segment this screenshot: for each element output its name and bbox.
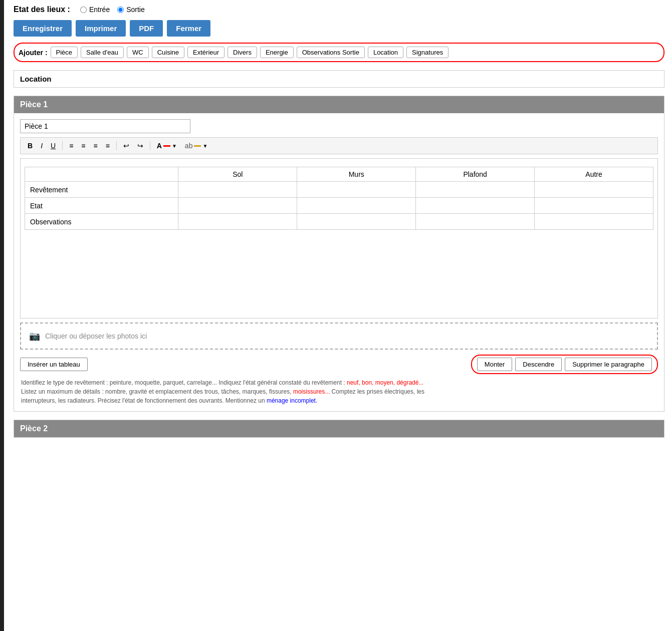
btn-font-color[interactable]: A ▼	[154, 140, 180, 151]
piece1-title-input[interactable]	[20, 119, 190, 133]
piece1-container: Pièce 1 B I U ≡ ≡ ≡ ≡ ↩ ↪ A	[14, 96, 664, 412]
row-plafond-etat[interactable]	[416, 198, 535, 214]
btn-align-justify[interactable]: ≡	[103, 140, 113, 151]
btn-ajouter-wc[interactable]: WC	[127, 47, 149, 58]
font-color-arrow: ▼	[172, 143, 177, 149]
ajouter-label: Ajouter :	[19, 49, 48, 57]
btn-underline[interactable]: U	[48, 140, 59, 151]
btn-ajouter-exterieur[interactable]: Extérieur	[187, 47, 225, 58]
hint-blue: ménage incomplet.	[267, 397, 317, 404]
btn-ajouter-energie[interactable]: Energie	[260, 47, 294, 58]
section-location: Location	[14, 70, 664, 88]
btn-align-left[interactable]: ≡	[66, 140, 76, 151]
row-plafond-observations[interactable]	[416, 214, 535, 230]
font-color-letter: A	[157, 142, 162, 150]
btn-ajouter-location[interactable]: Location	[368, 47, 403, 58]
row-sol-etat[interactable]	[178, 198, 297, 214]
btn-supprimer-paragraphe[interactable]: Supprimer le paragraphe	[565, 358, 652, 371]
row-sol-revetement[interactable]	[178, 182, 297, 198]
radio-sortie-label[interactable]: Sortie	[117, 6, 145, 14]
row-murs-observations[interactable]	[297, 214, 416, 230]
btn-ajouter-signatures[interactable]: Signatures	[406, 47, 449, 58]
piece1-header: Pièce 1	[14, 96, 664, 113]
piece1-footer: Insérer un tableau Monter Descendre Supp…	[20, 355, 658, 374]
btn-ajouter-piece[interactable]: Pièce	[51, 47, 78, 58]
enregistrer-button[interactable]: Enregistrer	[14, 20, 72, 37]
row-label-revetement: Revêtement	[25, 182, 178, 198]
editor-toolbar: B I U ≡ ≡ ≡ ≡ ↩ ↪ A ▼ ab	[20, 137, 658, 154]
btn-ajouter-divers[interactable]: Divers	[228, 47, 257, 58]
col-sol: Sol	[178, 167, 297, 182]
fermer-button[interactable]: Fermer	[167, 20, 210, 37]
photo-placeholder-text: Cliquer ou déposer les photos ici	[45, 332, 147, 340]
col-empty	[25, 167, 178, 182]
divider3	[150, 141, 150, 150]
table-row-observations: Observations	[25, 214, 653, 230]
piece2-container: Pièce 2	[14, 420, 664, 438]
btn-highlight[interactable]: ab ▼	[182, 140, 210, 151]
highlight-swatch	[194, 145, 201, 147]
section-location-title: Location	[14, 71, 664, 87]
hint-red: neuf, bon, moyen, dégradé...	[347, 379, 423, 386]
highlight-letter: ab	[185, 142, 193, 150]
col-plafond: Plafond	[416, 167, 535, 182]
photo-drop-zone[interactable]: 📷 Cliquer ou déposer les photos ici	[20, 323, 658, 350]
radio-sortie-text: Sortie	[126, 6, 145, 14]
font-color-swatch	[163, 145, 170, 147]
btn-inserer-tableau[interactable]: Insérer un tableau	[20, 358, 88, 371]
table-row-etat: Etat	[25, 198, 653, 214]
btn-ajouter-observations-sortie[interactable]: Observations Sortie	[297, 47, 365, 58]
btn-align-right[interactable]: ≡	[90, 140, 100, 151]
main-toolbar: Enregistrer Imprimer PDF Fermer	[14, 20, 664, 37]
row-autre-revetement[interactable]	[535, 182, 653, 198]
btn-ajouter-salle-eau[interactable]: Salle d'eau	[81, 47, 124, 58]
col-autre: Autre	[535, 167, 653, 182]
divider2	[116, 141, 117, 150]
row-autre-observations[interactable]	[535, 214, 653, 230]
editor-area[interactable]: Sol Murs Plafond Autre Revêtement	[20, 158, 658, 319]
btn-redo[interactable]: ↪	[134, 140, 146, 151]
row-murs-etat[interactable]	[297, 198, 416, 214]
table-row-revetement: Revêtement	[25, 182, 653, 198]
btn-align-center[interactable]: ≡	[78, 140, 88, 151]
ajouter-bar: Ajouter : Pièce Salle d'eau WC Cuisine E…	[14, 43, 664, 62]
content-table: Sol Murs Plafond Autre Revêtement	[25, 167, 653, 230]
row-murs-revetement[interactable]	[297, 182, 416, 198]
divider1	[62, 141, 63, 150]
etat-header: Etat des lieux : Entrée Sortie	[14, 5, 664, 14]
radio-sortie[interactable]	[117, 7, 124, 13]
highlight-arrow: ▼	[202, 143, 207, 149]
pdf-button[interactable]: PDF	[130, 20, 163, 37]
imprimer-button[interactable]: Imprimer	[76, 20, 126, 37]
btn-ajouter-cuisine[interactable]: Cuisine	[152, 47, 184, 58]
hint-text: Identifiez le type de revêtement : peint…	[20, 378, 658, 405]
btn-undo[interactable]: ↩	[120, 140, 132, 151]
radio-entree-label[interactable]: Entrée	[80, 6, 110, 14]
row-label-etat: Etat	[25, 198, 178, 214]
camera-icon: 📷	[29, 331, 40, 342]
piece1-body: B I U ≡ ≡ ≡ ≡ ↩ ↪ A ▼ ab	[14, 113, 664, 411]
radio-entree-text: Entrée	[89, 6, 110, 14]
btn-italic[interactable]: I	[38, 140, 46, 151]
etat-label: Etat des lieux :	[14, 5, 70, 14]
right-action-buttons: Monter Descendre Supprimer le paragraphe	[471, 355, 658, 374]
radio-group: Entrée Sortie	[80, 6, 145, 14]
btn-bold[interactable]: B	[25, 140, 36, 151]
hint-moisissures: moisissures...	[293, 388, 330, 395]
left-bar	[0, 0, 4, 451]
piece2-header: Pièce 2	[14, 420, 664, 437]
col-murs: Murs	[297, 167, 416, 182]
row-plafond-revetement[interactable]	[416, 182, 535, 198]
row-label-observations: Observations	[25, 214, 178, 230]
btn-descendre[interactable]: Descendre	[515, 358, 562, 371]
btn-monter[interactable]: Monter	[477, 358, 512, 371]
radio-entree[interactable]	[80, 7, 87, 13]
row-sol-observations[interactable]	[178, 214, 297, 230]
row-autre-etat[interactable]	[535, 198, 653, 214]
